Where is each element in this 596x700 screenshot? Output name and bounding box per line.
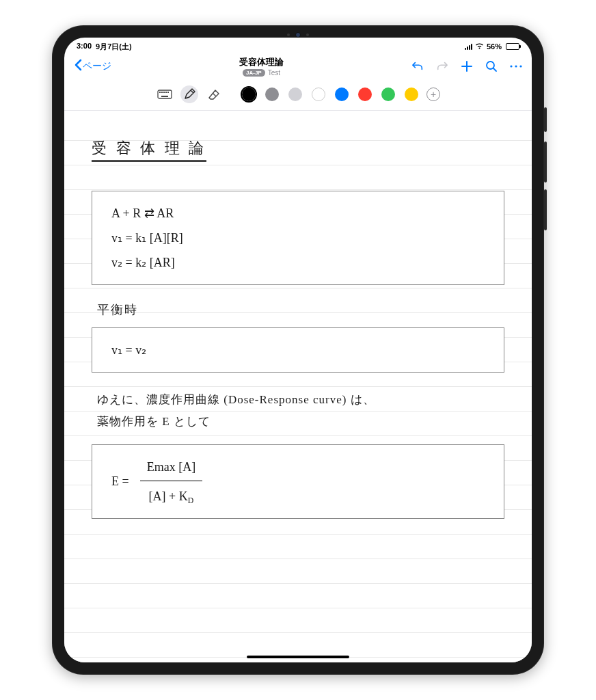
- status-time: 3:00: [77, 42, 92, 52]
- search-button[interactable]: [485, 60, 498, 72]
- cellular-signal-icon: [465, 44, 472, 50]
- dose-response-text: ゆえに、濃度作用曲線 (Dose-Response curve) は、 薬物作用…: [97, 389, 504, 433]
- status-date: 9月7日(土): [96, 42, 132, 52]
- handwriting-content: 受 容 体 理 論 A + R ⇄ AR v₁ = k₁ [A][R] v₂ =…: [85, 111, 511, 519]
- color-black[interactable]: [241, 86, 257, 103]
- equation-box-1: A + R ⇄ AR v₁ = k₁ [A][R] v₂ = k₂ [AR]: [92, 191, 504, 285]
- camera-area: [287, 32, 309, 38]
- pen-tool[interactable]: [180, 85, 198, 103]
- color-red[interactable]: [357, 86, 373, 103]
- svg-rect-6: [161, 92, 163, 93]
- svg-point-3: [519, 65, 522, 67]
- eq-reaction: A + R ⇄ AR: [111, 201, 485, 226]
- svg-point-2: [515, 65, 517, 67]
- note-canvas[interactable]: 受 容 体 理 論 A + R ⇄ AR v₁ = k₁ [A][R] v₂ =…: [64, 111, 532, 662]
- eraser-tool[interactable]: [205, 85, 223, 103]
- screen: 3:00 9月7日(土) 56% ページ: [64, 38, 532, 662]
- device-power-button: [544, 107, 547, 132]
- equilibrium-label: 平衡時: [97, 301, 504, 318]
- battery-percent: 56%: [487, 42, 502, 51]
- add-color-button[interactable]: +: [426, 88, 440, 101]
- keyboard-tool[interactable]: [156, 85, 174, 103]
- equation-box-3: E = Emax [A] [A] + KD: [92, 444, 504, 519]
- back-label: ページ: [83, 60, 111, 72]
- language-badge: JA-JP: [243, 69, 265, 77]
- home-indicator[interactable]: [247, 656, 349, 658]
- color-lightgray[interactable]: [287, 86, 303, 103]
- add-button[interactable]: [461, 60, 473, 72]
- svg-rect-7: [163, 92, 165, 93]
- back-button[interactable]: ページ: [74, 59, 111, 75]
- ipad-frame: 3:00 9月7日(土) 56% ページ: [52, 25, 544, 675]
- svg-rect-5: [159, 92, 161, 93]
- color-gray[interactable]: [264, 86, 280, 103]
- eq-equilibrium: v₁ = v₂: [111, 343, 146, 357]
- chevron-left-icon: [74, 59, 82, 75]
- undo-button[interactable]: [411, 60, 424, 72]
- color-green[interactable]: [380, 86, 396, 103]
- svg-point-0: [487, 62, 494, 69]
- color-blue[interactable]: [334, 86, 350, 103]
- nav-header: ページ 受容体理論 JA-JP Test: [64, 53, 532, 81]
- eq-E-lhs: E =: [111, 469, 129, 494]
- color-white[interactable]: [310, 86, 327, 103]
- svg-rect-9: [167, 92, 169, 93]
- device-volume-down: [544, 189, 547, 230]
- more-button[interactable]: [510, 60, 522, 72]
- color-yellow[interactable]: [403, 86, 420, 103]
- eq-v1: v₁ = k₁ [A][R]: [111, 226, 485, 250]
- svg-rect-4: [158, 90, 172, 98]
- device-volume-up: [544, 142, 547, 183]
- redo-button[interactable]: [436, 60, 448, 72]
- page-title: 受容体理論: [111, 56, 411, 68]
- svg-rect-10: [161, 96, 168, 97]
- note-title: 受 容 体 理 論: [92, 138, 206, 162]
- eq-v2: v₂ = k₂ [AR]: [111, 250, 485, 275]
- battery-icon: [506, 43, 519, 50]
- eq-fraction: Emax [A] [A] + KD: [140, 455, 202, 509]
- svg-point-1: [510, 65, 512, 67]
- page-subtitle: Test: [268, 69, 280, 77]
- equation-box-2: v₁ = v₂: [92, 327, 504, 373]
- wifi-icon: [475, 42, 484, 51]
- svg-rect-8: [165, 92, 167, 93]
- tool-bar: +: [64, 81, 532, 111]
- status-bar: 3:00 9月7日(土) 56%: [64, 38, 532, 53]
